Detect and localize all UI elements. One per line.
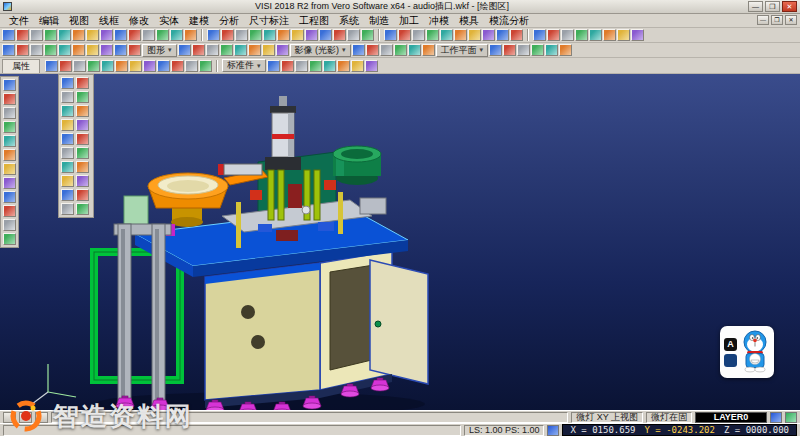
menu-item[interactable]: 实体 [154,14,184,28]
toolbar-icon[interactable] [76,147,89,159]
toolbar-icon[interactable] [58,44,71,56]
toolbar-icon[interactable] [16,29,29,41]
toolbar-icon[interactable] [309,60,322,72]
toolbar-icon[interactable] [347,29,360,41]
toolbar-icon[interactable] [2,44,15,56]
toolbar-icon[interactable] [16,44,29,56]
toolbar-icon[interactable] [361,29,374,41]
toolbar-icon[interactable] [58,29,71,41]
toolbar-icon[interactable] [249,29,262,41]
menu-item[interactable]: 分析 [214,14,244,28]
menu-item[interactable]: 工程图 [294,14,334,28]
toolbar-icon[interactable] [291,29,304,41]
toolbar-icon[interactable] [142,29,155,41]
toolbar-icon[interactable] [61,203,74,215]
active-view-field[interactable]: 微灯 XY 上视图 [571,412,643,423]
grid-icon[interactable] [785,412,797,423]
toolbar-icon[interactable] [101,60,114,72]
toolbar-icon[interactable] [76,119,89,131]
toolbar-icon[interactable] [30,29,43,41]
menu-item[interactable]: 编辑 [34,14,64,28]
toolbar-icon[interactable] [3,121,16,133]
toolbar-icon[interactable] [61,147,74,159]
toolbar-icon[interactable] [603,29,616,41]
toolbar-icon[interactable] [76,175,89,187]
close-button[interactable]: ✕ [782,1,797,12]
toolbar-icon[interactable] [61,161,74,173]
toolbar-icon[interactable] [545,44,558,56]
maximize-button[interactable]: ❐ [765,1,780,12]
toolbar-icon[interactable] [3,219,16,231]
toolbar-icon[interactable] [100,29,113,41]
workplane-group-dropdown[interactable]: 工作平面 [436,44,489,57]
toolbar-icon[interactable] [496,29,509,41]
toolbar-icon[interactable] [128,44,141,56]
toolbar-icon[interactable] [276,44,289,56]
toolbar-icon[interactable] [76,161,89,173]
toolbar-icon[interactable] [3,149,16,161]
toolbar-icon[interactable] [129,60,142,72]
toolbar-icon[interactable] [59,60,72,72]
toolbar-icon[interactable] [277,29,290,41]
toolbar-icon[interactable] [3,163,16,175]
toolbar-icon[interactable] [61,105,74,117]
menu-item[interactable]: 建模 [184,14,214,28]
toolbar-icon[interactable] [365,60,378,72]
properties-tab[interactable]: 属性 [2,59,40,73]
menu-item[interactable]: 冲模 [424,14,454,28]
toolbar-icon[interactable] [366,44,379,56]
toolbar-icon[interactable] [44,44,57,56]
toolbar-icon[interactable] [157,60,170,72]
toolbar-icon[interactable] [76,91,89,103]
toolbar-icon[interactable] [489,44,502,56]
toolbar-icon[interactable] [192,44,205,56]
toolbar-icon[interactable] [422,44,435,56]
toolbar-icon[interactable] [221,29,234,41]
toolbar-icon[interactable] [72,44,85,56]
toolbar-icon[interactable] [384,29,397,41]
toolbar-icon[interactable] [185,60,198,72]
toolbar-icon[interactable] [517,44,530,56]
toolbar-icon[interactable] [319,29,332,41]
toolbar-icon[interactable] [76,203,89,215]
toolbar-icon[interactable] [206,44,219,56]
standards-group-dropdown[interactable]: 标准件 [222,59,266,72]
toolbar-icon[interactable] [408,44,421,56]
toolbar-icon[interactable] [531,44,544,56]
toolbar-icon[interactable] [184,29,197,41]
toolbar-icon[interactable] [61,119,74,131]
toolbar-icon[interactable] [3,205,16,217]
toolbar-icon[interactable] [76,133,89,145]
toolbar-icon[interactable] [207,29,220,41]
toolbar-icon[interactable] [337,60,350,72]
toolbar-icon[interactable] [575,29,588,41]
machine-model[interactable] [94,96,428,410]
child-minimize-button[interactable]: — [757,15,769,25]
toolbar-icon[interactable] [143,60,156,72]
toolbar-icon[interactable] [351,60,364,72]
toolbar-icon[interactable] [45,60,58,72]
toolbar-icon[interactable] [281,60,294,72]
toolbar-icon[interactable] [510,29,523,41]
toolbar-icon[interactable] [3,93,16,105]
menu-item[interactable]: 加工 [394,14,424,28]
toolbar-icon[interactable] [114,44,127,56]
menu-item[interactable]: 修改 [124,14,154,28]
toolbar-icon[interactable] [61,175,74,187]
toolbar-icon[interactable] [440,29,453,41]
toolbar-icon[interactable] [380,44,393,56]
toolbar-icon[interactable] [426,29,439,41]
toolbar-icon[interactable] [61,77,74,89]
toolbar-icon[interactable] [3,135,16,147]
toolbar-icon[interactable] [44,29,57,41]
toolbar-icon[interactable] [86,44,99,56]
toolbar-icon[interactable] [533,29,546,41]
toolbar-icon[interactable] [220,44,233,56]
toolbar-icon[interactable] [86,29,99,41]
menu-item[interactable]: 系统 [334,14,364,28]
toolbar-icon[interactable] [199,60,212,72]
menu-item[interactable]: 线框 [94,14,124,28]
layer-badge[interactable]: LAYER0 [695,412,767,423]
toolbar-icon[interactable] [547,29,560,41]
toolbar-icon[interactable] [3,177,16,189]
